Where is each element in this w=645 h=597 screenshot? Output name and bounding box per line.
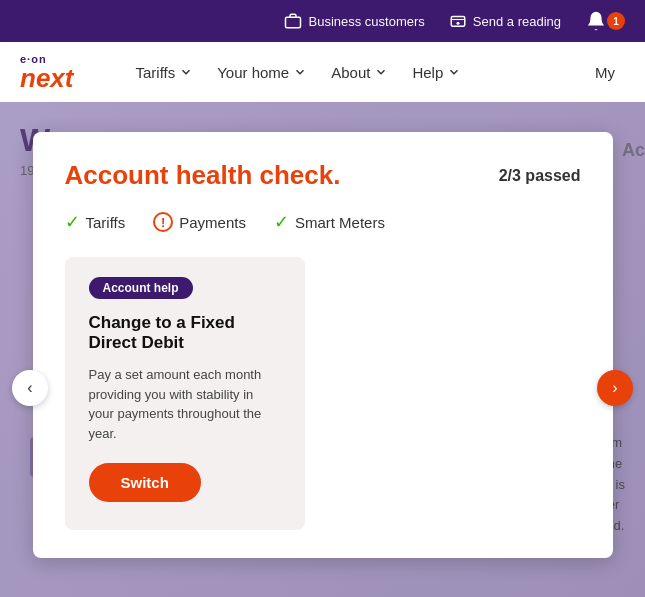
about-chevron-icon <box>374 65 388 79</box>
nav-items: Tariffs Your home About Help My <box>125 56 625 89</box>
smart-meters-check-icon: ✓ <box>274 211 289 233</box>
business-customers-link[interactable]: Business customers <box>284 12 424 30</box>
smart-meters-check-label: Smart Meters <box>295 214 385 231</box>
notification-bell[interactable]: 1 <box>585 10 625 32</box>
meter-icon <box>449 12 467 30</box>
payments-warn-icon: ! <box>153 212 173 232</box>
check-tariffs: ✓ Tariffs <box>65 211 126 233</box>
nav-your-home[interactable]: Your home <box>207 56 317 89</box>
svg-point-3 <box>456 22 459 25</box>
tariffs-chevron-icon <box>179 65 193 79</box>
your-home-label: Your home <box>217 64 289 81</box>
briefcase-icon <box>284 12 302 30</box>
check-payments: ! Payments <box>153 212 246 232</box>
bell-icon <box>585 10 607 32</box>
svg-rect-0 <box>286 17 301 28</box>
switch-button[interactable]: Switch <box>89 463 201 502</box>
your-home-chevron-icon <box>293 65 307 79</box>
card-title: Change to a Fixed Direct Debit <box>89 313 281 353</box>
scroll-arrow-right[interactable]: › <box>597 370 633 406</box>
card-tag: Account help <box>89 277 193 299</box>
tariffs-check-icon: ✓ <box>65 211 80 233</box>
business-customers-label: Business customers <box>308 14 424 29</box>
nav-tariffs[interactable]: Tariffs <box>125 56 203 89</box>
modal-title: Account health check. <box>65 160 341 191</box>
my-label: My <box>595 64 615 81</box>
account-help-card: Account help Change to a Fixed Direct De… <box>65 257 305 530</box>
nav-my[interactable]: My <box>585 56 625 89</box>
modal-header: Account health check. 2/3 passed <box>65 160 581 191</box>
nav-about[interactable]: About <box>321 56 398 89</box>
payments-check-label: Payments <box>179 214 246 231</box>
logo[interactable]: e·on next <box>20 54 73 91</box>
notification-count: 1 <box>607 12 625 30</box>
logo-next-text: next <box>20 65 73 91</box>
checks-row: ✓ Tariffs ! Payments ✓ Smart Meters <box>65 211 581 233</box>
bg-right-partial: Ac <box>622 140 645 161</box>
svg-rect-1 <box>451 17 465 27</box>
about-label: About <box>331 64 370 81</box>
tariffs-label: Tariffs <box>135 64 175 81</box>
overlay: Account health check. 2/3 passed ✓ Tarif… <box>0 102 645 597</box>
tariffs-check-label: Tariffs <box>86 214 126 231</box>
nav-bar: e·on next Tariffs Your home About Help M… <box>0 42 645 102</box>
modal: Account health check. 2/3 passed ✓ Tarif… <box>33 132 613 558</box>
send-reading-label: Send a reading <box>473 14 561 29</box>
top-bar: Business customers Send a reading 1 <box>0 0 645 42</box>
send-reading-link[interactable]: Send a reading <box>449 12 561 30</box>
check-smart-meters: ✓ Smart Meters <box>274 211 385 233</box>
passed-badge: 2/3 passed <box>499 167 581 185</box>
help-chevron-icon <box>447 65 461 79</box>
scroll-arrow-left[interactable]: ‹ <box>12 370 48 406</box>
nav-help[interactable]: Help <box>402 56 471 89</box>
help-label: Help <box>412 64 443 81</box>
card-description: Pay a set amount each month providing yo… <box>89 365 281 443</box>
